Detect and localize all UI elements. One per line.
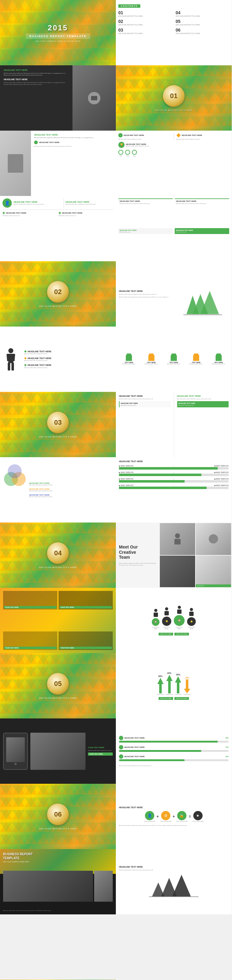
svg-marker-30 [157, 678, 163, 694]
section-04-number: 04 [54, 549, 62, 557]
svg-marker-32 [175, 676, 181, 694]
contents-item-06: 06 ADD SLIDE MASTER TITLE HERE [176, 27, 229, 34]
dark-body1: Add all possible without dublication. Ad… [4, 72, 67, 76]
svg-point-27 [190, 608, 193, 611]
main-title: BUSINESS REPORT TEMPLATE [29, 35, 86, 38]
meet-team-title: Meet OurCreativeTeam [119, 544, 156, 560]
slide-percent-chart: 30% YOUR TEXT 43% YOUR TEXT 35% [116, 653, 232, 718]
main-subtitle: ADD YOUR COMPANY NAME OR BRAND HERE [35, 40, 80, 42]
section-02-number: 02 [54, 288, 62, 296]
slide-hbars: HEADLINE TEXT HERE ▶ MAKE TEMPLATE + ◀ M… [116, 457, 232, 522]
pbar-headline2: HEADLINE TEXT HERE [124, 746, 145, 748]
person-headline3: HEADLINE TEXT HERE [27, 364, 51, 366]
contents-item-01: 01 ADD SLIDE MASTER TITLE HERE [118, 10, 172, 17]
tile-label4: YOUR TEXT HERE [59, 647, 112, 649]
slide-title-main: 2015 BUSINESS REPORT TEMPLATE ADD YOUR C… [0, 0, 116, 65]
slide-final-geo [0, 915, 232, 980]
contents-item-03: 03 ADD SLIDE MASTER TITLE HERE [118, 27, 172, 34]
eq-label4: YOUR ISSUE HERE [192, 821, 203, 822]
section-01-circle: 01 [163, 85, 185, 107]
final-title-main: BUSINESS REPORTTEMPLATE [3, 852, 113, 860]
slide-row-13: 06 ADD SLIDE MASTER TITLE HERE HEADLINE … [0, 784, 232, 849]
slide-final-title: BUSINESS REPORTTEMPLATE ADD YOUR COMPANY… [0, 849, 116, 915]
section-04-label: ADD SLIDE MASTER TITLE HERE [39, 566, 77, 568]
card-headline2: HEADLINE TEXT HERE [176, 200, 228, 202]
svg-rect-24 [165, 611, 169, 616]
section-06-number: 06 [54, 810, 62, 818]
tile-label1: YOUR TEXT HERE [4, 606, 56, 609]
slide-row-3: HEADLINE TEXT HERE Add all possible with… [0, 130, 232, 196]
contents-item-04: 04 ADD SLIDE MASTER TITLE HERE [176, 10, 229, 17]
section-06-label: ADD SLIDE MASTER TITLE HERE [39, 828, 77, 830]
year-badge: 2015 [48, 24, 68, 32]
slide-content-cards: HEADLINE TEXT HERE Add all possible with… [116, 196, 232, 261]
slide-equation: HEADLINE TEXT HERE 👤 YOUR ISSUE HERE + ⚙… [116, 784, 232, 849]
slide-content-icons: ↑ HEADLINE TEXT HERE Add all possible wi… [116, 130, 232, 196]
svg-rect-16 [11, 363, 14, 371]
svg-marker-37 [172, 875, 191, 896]
pbar-headline3: HEADLINE TEXT HERE [124, 756, 145, 757]
slide-photo-tiles: YOUR TEXT HERE YOUR TEXT HERE YOUR TEXT … [0, 588, 116, 653]
slide-section-03: 03 ADD SLIDE MASTER TITLE HERE [0, 392, 116, 457]
icons-headline2: HEADLINE TEXT HERE [182, 134, 202, 136]
svg-rect-26 [177, 609, 181, 614]
slide-mountain-chart: HEADLINE TEXT HERE Add all possible with… [116, 261, 232, 326]
dark-headline2: HEADLINE TEXT HERE [4, 78, 67, 81]
content-subheadline: HEADLINE TEXT HERE [39, 142, 59, 143]
svg-point-23 [165, 607, 168, 611]
section-03-number: 03 [54, 418, 62, 426]
slide-row-9: 04 ADD SLIDE MASTER TITLE HERE Meet OurC… [0, 522, 232, 588]
pbar-headline1: HEADLINE TEXT HERE [124, 737, 145, 739]
section-number: 01 [170, 92, 178, 100]
svg-point-19 [175, 533, 180, 538]
slide-row-8: HEADLINE TEXT HERE Add all possible with… [0, 457, 232, 522]
svg-rect-15 [8, 363, 10, 371]
section-05-label: ADD SLIDE MASTER TITLE HERE [39, 697, 77, 699]
eq-label3: YOUR ISSUE HERE [176, 821, 188, 822]
contents-item-02: 02 ADD SLIDE MASTER TITLE HERE [118, 19, 172, 26]
tile-label2: YOUR TEXT HERE [59, 606, 112, 609]
svg-rect-28 [189, 612, 194, 616]
dark-headline1: HEADLINE TEXT HERE [4, 69, 67, 71]
slide-icons-row: TEXT HERE Add all possible without. TEXT… [116, 326, 232, 392]
slide-meet-team: Meet OurCreativeTeam A great subtitle or… [116, 522, 232, 588]
slide-section-02: 02 ADD SLIDE MASTER TITLE HERE [0, 261, 116, 326]
person-headline2: HEADLINE TEXT HERE [27, 357, 51, 360]
slide-last-mountain: HEADLINE TEXT HERE Add all possible with… [116, 849, 232, 915]
section-02-label: ADD SLIDE MASTER TITLE HERE [39, 305, 77, 307]
slide-content-photo: HEADLINE TEXT HERE Add all possible with… [0, 130, 116, 196]
slide-section-01: 01 ADD SLIDE MASTER TITLE HERE [116, 65, 232, 130]
slide-row-4: 👤 HEADLINE TEXT HERE Add all possible wi… [0, 196, 232, 261]
slide-row-1: 2015 BUSINESS REPORT TEMPLATE ADD YOUR C… [0, 0, 232, 65]
slide-row-14: BUSINESS REPORTTEMPLATE ADD YOUR COMPANY… [0, 849, 232, 915]
contents-header: CONTENTS [118, 4, 140, 8]
slide-row-6: HEADLINE TEXT HERE Add all possible with… [0, 326, 232, 392]
slide-row-15 [0, 915, 232, 980]
svg-marker-33 [184, 679, 190, 694]
slide-2col: 👤 HEADLINE TEXT HERE Add all possible wi… [0, 196, 116, 261]
slide-row-7: 03 ADD SLIDE MASTER TITLE HERE HEADLINE … [0, 392, 232, 457]
slide-infographic: 🏠 YOUR TEXTHERE ⭐ YOUR TEXTHERE 🏠 YOUR T… [116, 588, 232, 653]
hbars-headline: HEADLINE TEXT HERE [119, 460, 229, 463]
mountain-headline: HEADLINE TEXT HERE [119, 290, 173, 292]
panel-headline2: HEADLINE TEXT HERE [177, 395, 229, 397]
dark-body2: And all possible without dublication. Ad… [4, 82, 67, 85]
col2-headline1: HEADLINE TEXT HERE [14, 201, 62, 203]
last-mountain-headline: HEADLINE TEXT HERE [119, 866, 229, 868]
slide-tablet: YOUR TEXT HERE Add all possible without … [0, 718, 116, 784]
section-03-label: ADD SLIDE MASTER TITLE HERE [39, 436, 77, 438]
slide-row-11: 05 ADD SLIDE MASTER TITLE HERE 30% YOUR … [0, 653, 232, 718]
slide-section-04: 04 ADD SLIDE MASTER TITLE HERE [0, 522, 116, 588]
slide-row-12: YOUR TEXT HERE Add all possible without … [0, 718, 232, 784]
svg-marker-31 [166, 675, 173, 694]
section-05-number: 05 [54, 680, 62, 688]
slide-section-05: 05 ADD SLIDE MASTER TITLE HERE [0, 653, 116, 718]
slide-venn: HEADLINE TEXT HERE Add all possible with… [0, 457, 116, 522]
icons-headline3: HEADLINE TEXT HERE [126, 143, 150, 145]
slide-progress-bars: ↑ HEADLINE TEXT HERE 90% ↑ HEADLINE TEXT… [116, 718, 232, 784]
eq-label1: YOUR ISSUE HERE [144, 821, 155, 822]
slide-row-2: HEADLINE TEXT HERE Add all possible with… [0, 65, 232, 130]
icons-headline1: HEADLINE TEXT HERE [123, 134, 144, 136]
content-headline: HEADLINE TEXT HERE [34, 134, 113, 136]
tile-label3: YOUR TEXT HERE [4, 647, 56, 649]
